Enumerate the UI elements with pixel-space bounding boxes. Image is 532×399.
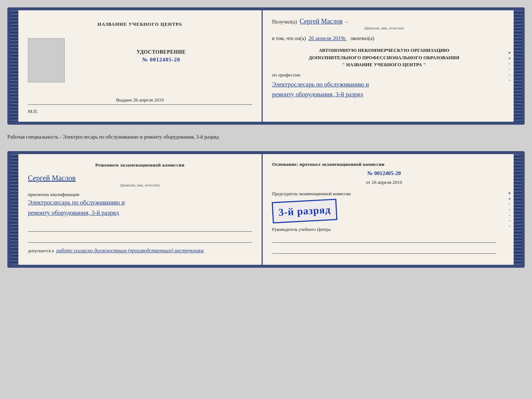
bottom-person-name: Сергей Маслов <box>28 174 76 182</box>
protocol-number: № 0012405-20 <box>272 170 496 177</box>
top-doc-right: Получил(а) Сергей Маслов – (фамилия, имя… <box>263 10 506 122</box>
bottom-right-texture <box>514 154 522 265</box>
qualification-text: присвоена квалификация <box>28 192 252 197</box>
top-doc-left: НАЗВАНИЕ УЧЕБНОГО ЦЕНТРА УДОСТОВЕРЕНИЕ №… <box>18 10 263 122</box>
right-texture <box>514 10 522 122</box>
bottom-doc-right: Основание: протокол экзаменационной коми… <box>263 154 506 265</box>
allow-text: работе согласно должностным (производств… <box>56 248 204 253</box>
recipient-name: Сергей Маслов <box>299 18 342 25</box>
stamp-text: 3-й разряд <box>278 203 331 219</box>
allow-line: допускается к работе согласно должностны… <box>28 248 252 254</box>
qual-line2: ремонту оборудования, 3-й разряд <box>28 208 252 218</box>
received-line: Получил(а) Сергей Маслов – (фамилия, имя… <box>272 18 496 30</box>
issued-line: Выдано 26 апреля 2019 <box>28 97 252 105</box>
middle-description: Рабочая специальность - Электрослесарь п… <box>7 131 525 143</box>
stamp: 3-й разряд <box>272 199 337 224</box>
event-date: 26 апреля 2019г. <box>309 35 347 41</box>
commission-heading: Решением экзаменационной комиссии <box>28 161 252 169</box>
bottom-right-side-chars: и а ← – – – – <box>506 154 514 265</box>
top-document: НАЗВАНИЕ УЧЕБНОГО ЦЕНТРА УДОСТОВЕРЕНИЕ №… <box>7 7 525 125</box>
profession-line1: Электрослесарь по обслуживанию и <box>272 79 496 89</box>
date-line: в том, что он(а) 26 апреля 2019г. окончи… <box>272 35 496 42</box>
cert-title: УДОСТОВЕРЕНИЕ <box>71 49 252 55</box>
photo-placeholder <box>28 38 65 82</box>
right-side-chars: и а ← – – – <box>506 10 514 122</box>
commission-role: Председатель экзаменационной комиссии <box>272 191 496 197</box>
protocol-date: от 26 апреля 2019 <box>272 179 496 185</box>
sig-lines-left <box>28 224 252 243</box>
qual-line1: Электрослесарь по обслуживанию и <box>28 197 252 208</box>
bottom-document: Решением экзаменационной комиссии Сергей… <box>7 151 525 268</box>
profession-label: по профессии <box>272 72 496 78</box>
left-texture <box>10 10 18 122</box>
leader-role: Руководитель учебного Центра <box>272 227 496 232</box>
mp-label: М.П. <box>28 108 252 114</box>
osnov-line: Основание: протокол экзаменационной коми… <box>272 161 496 167</box>
profession-line2: ремонту оборудования, 3-й разряд <box>272 89 496 99</box>
org-block: АВТОНОМНУЮ НЕКОММЕРЧЕСКУЮ ОРГАНИЗАЦИЮ ДО… <box>272 47 496 68</box>
sig-lines-right <box>272 235 496 254</box>
bottom-left-texture <box>10 154 18 265</box>
bottom-doc-left: Решением экзаменационной комиссии Сергей… <box>18 154 263 265</box>
stamp-container: 3-й разряд <box>272 200 496 222</box>
org-name-top: НАЗВАНИЕ УЧЕБНОГО ЦЕНТРА <box>28 21 252 27</box>
cert-number: № 0012405-20 <box>71 57 252 63</box>
